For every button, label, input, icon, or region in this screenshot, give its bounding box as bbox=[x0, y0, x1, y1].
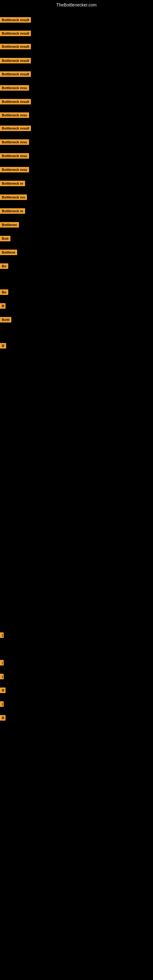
bottleneck-badge-24: | bbox=[0, 632, 4, 638]
bottleneck-badge-8: Bottleneck resu bbox=[0, 112, 29, 118]
bottleneck-badge-wrapper-16: Bottlenec bbox=[0, 222, 19, 229]
bottleneck-badge-wrapper-15: Bottleneck re bbox=[0, 208, 25, 215]
bottleneck-badge-10: Bottleneck resu bbox=[0, 139, 29, 145]
bottleneck-badge-3: Bottleneck result bbox=[0, 44, 31, 49]
bottleneck-badge-wrapper-19: Bo bbox=[0, 263, 8, 270]
bottleneck-badge-wrapper-17: Bott bbox=[0, 236, 10, 243]
bottleneck-badge-wrapper-24: | bbox=[0, 632, 2, 639]
bottleneck-badge-wrapper-7: Bottleneck result bbox=[0, 99, 31, 106]
bottleneck-badge-17: Bott bbox=[0, 236, 10, 241]
site-title: TheBottlenecker.com bbox=[0, 2, 153, 7]
bottleneck-badge-wrapper-14: Bottleneck res bbox=[0, 194, 27, 201]
bottleneck-badge-11: Bottleneck resu bbox=[0, 153, 29, 159]
bottleneck-badge-wrapper-9: Bottleneck result bbox=[0, 126, 31, 132]
bottleneck-badge-29: B bbox=[0, 715, 5, 721]
bottleneck-badge-27: B bbox=[0, 687, 5, 693]
bottleneck-badge-wrapper-29: B bbox=[0, 715, 5, 722]
bottleneck-badge-wrapper-25: | bbox=[0, 660, 2, 667]
bottleneck-badge-13: Bottleneck re bbox=[0, 181, 25, 186]
bottleneck-badge-15: Bottleneck re bbox=[0, 208, 25, 214]
bottleneck-badge-wrapper-21: B bbox=[0, 303, 5, 310]
bottleneck-badge-wrapper-4: Bottleneck result bbox=[0, 58, 31, 65]
bottleneck-badge-16: Bottlenec bbox=[0, 222, 19, 228]
bottleneck-badge-2: Bottleneck result bbox=[0, 30, 31, 36]
bottleneck-badge-1: Bottleneck result bbox=[0, 17, 31, 23]
bottleneck-badge-28: | bbox=[0, 701, 4, 707]
bottleneck-badge-wrapper-10: Bottleneck resu bbox=[0, 139, 29, 146]
bottleneck-badge-18: Bottlene bbox=[0, 250, 17, 255]
bottleneck-badge-19: Bo bbox=[0, 263, 8, 269]
bottleneck-badge-wrapper-12: Bottleneck resu bbox=[0, 167, 29, 173]
bottleneck-badge-7: Bottleneck result bbox=[0, 99, 31, 105]
bottleneck-badge-20: Bo bbox=[0, 290, 8, 295]
bottleneck-badge-26: | bbox=[0, 674, 4, 679]
bottleneck-badge-wrapper-28: | bbox=[0, 701, 2, 708]
bottleneck-badge-9: Bottleneck result bbox=[0, 126, 31, 131]
bottleneck-badge-wrapper-8: Bottleneck resu bbox=[0, 112, 29, 119]
bottleneck-badge-23: B bbox=[0, 343, 6, 348]
bottleneck-badge-wrapper-6: Bottleneck resu bbox=[0, 85, 29, 92]
bottleneck-badge-wrapper-20: Bo bbox=[0, 290, 8, 296]
bottleneck-badge-25: | bbox=[0, 660, 4, 665]
bottleneck-badge-wrapper-5: Bottleneck result bbox=[0, 72, 31, 78]
bottleneck-badge-6: Bottleneck resu bbox=[0, 85, 29, 91]
bottleneck-badge-14: Bottleneck res bbox=[0, 194, 27, 200]
bottleneck-badge-wrapper-23: B bbox=[0, 343, 6, 350]
bottleneck-badge-wrapper-27: B bbox=[0, 687, 5, 694]
bottleneck-badge-12: Bottleneck resu bbox=[0, 167, 29, 172]
bottleneck-badge-wrapper-3: Bottleneck result bbox=[0, 44, 31, 51]
bottleneck-badge-wrapper-1: Bottleneck result bbox=[0, 17, 31, 24]
bottleneck-badge-wrapper-18: Bottlene bbox=[0, 250, 17, 256]
bottleneck-badge-4: Bottleneck result bbox=[0, 58, 31, 64]
bottleneck-badge-wrapper-22: Bottl bbox=[0, 317, 11, 324]
bottleneck-badge-wrapper-13: Bottleneck re bbox=[0, 181, 25, 188]
bottleneck-badge-22: Bottl bbox=[0, 317, 11, 323]
bottleneck-badge-wrapper-26: | bbox=[0, 674, 2, 681]
bottleneck-badge-21: B bbox=[0, 303, 5, 309]
bottleneck-badge-wrapper-11: Bottleneck resu bbox=[0, 153, 29, 160]
bottleneck-badge-5: Bottleneck result bbox=[0, 72, 31, 77]
bottleneck-badge-wrapper-2: Bottleneck result bbox=[0, 30, 31, 37]
